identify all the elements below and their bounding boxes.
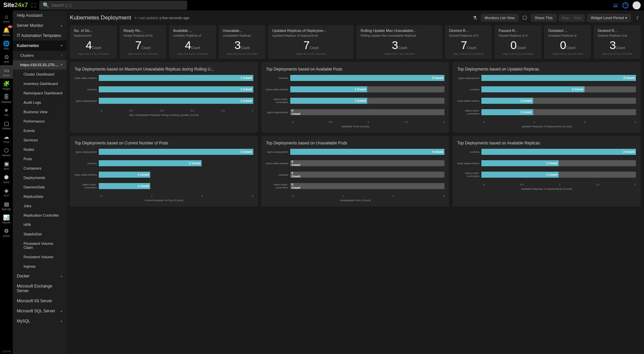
share-button[interactable]: Share This (531, 14, 556, 21)
kpi-card[interactable]: Updated Replicas of Deployme... Updated … (268, 25, 354, 59)
kpi-value: 0Count (499, 39, 538, 52)
nav-namespace-dashboard[interactable]: Namespace Dashboard (13, 88, 67, 98)
nav-audit-logs[interactable]: Audit Logs (13, 98, 67, 107)
nav-sql[interactable]: Microsoft SQL Server▸ (13, 306, 67, 316)
sidebar-applogs[interactable]: ▤AppLogs (0, 199, 13, 212)
chart-body: coredns 2 Count kube-state-metrics 1 Cou… (266, 75, 445, 115)
kpi-card[interactable]: Available ... Available Replicas of 4Cou… (169, 25, 216, 59)
nav-exchange[interactable]: Microsoft Exchange Server (13, 281, 67, 296)
nav-containers[interactable]: Containers (13, 164, 67, 173)
bar-label: nginx-deployment (75, 150, 99, 153)
time-toggle[interactable]: Raw Hour (559, 14, 585, 21)
nav-cluster-dashboard[interactable]: Cluster Dashboard (13, 70, 67, 79)
bar-fill: 2 Count (481, 86, 584, 92)
bar-track: 2 Count (290, 75, 445, 81)
kpi-card[interactable]: Desired R... Desired Replicas Una 3Count… (594, 25, 641, 59)
sidebar-plugins[interactable]: 🧩Plugins (0, 79, 13, 92)
sidebar-alarms[interactable]: 🔔42Alarms (0, 25, 13, 38)
sidebar-server[interactable]: ▭Server (0, 65, 13, 79)
nav-cluster-url[interactable]: https://10.51.51.175:6443▾ (13, 60, 67, 70)
monitors-list-button[interactable]: Monitors List View (481, 14, 518, 21)
nav-hpa[interactable]: HPA (13, 220, 67, 229)
logo[interactable]: Site24x7 (3, 2, 28, 9)
home-icon: ⌂ (5, 14, 8, 20)
nav-events[interactable]: Events (13, 126, 67, 135)
sidebar-network[interactable]: ⬡Network (0, 145, 13, 159)
kpi-value: 4Count (74, 39, 113, 52)
nav-mysql[interactable]: MySQL▸ (13, 316, 67, 326)
nav-daemonsets[interactable]: DaemonSets (13, 182, 67, 192)
nav-it-automation[interactable]: IT Automation Templates (13, 31, 67, 41)
sidebar-admin[interactable]: ⚙Admin (0, 226, 13, 239)
kpi-footer: https://10.51.51.175:6443 (548, 52, 587, 55)
kpi-card[interactable]: No. of De... Deployments 4Count https://… (70, 25, 117, 59)
filter-icon[interactable]: ⚗ (471, 14, 478, 22)
avatar[interactable] (633, 1, 641, 9)
bar-row: coredns 2 Count (457, 149, 636, 155)
nav-statefulset[interactable]: StatefulSet (13, 229, 67, 239)
bar-label: kube-state-metrics (75, 77, 99, 80)
nav-replication-controller[interactable]: Replication Controller (13, 211, 67, 220)
nav-kubernetes[interactable]: Kubernetes▾ (13, 41, 67, 51)
sidebar-database[interactable]: 🗄Database (0, 92, 13, 105)
notification-icon[interactable]: 🛎 (613, 2, 618, 8)
nav-inventory-dashboard[interactable]: Inventory Dashboard (13, 79, 67, 88)
sidebar-home[interactable]: ⌂Home (0, 12, 13, 25)
nav-ingress[interactable]: Ingress (13, 262, 67, 271)
web-icon: 🌐 (3, 40, 10, 47)
bar-track: 0 Count (290, 172, 445, 178)
nav-server-monitor[interactable]: Server Monitor▸ (13, 20, 67, 31)
nav-clusters[interactable]: Clusters+ (13, 51, 67, 60)
sidebar-vmware[interactable]: ▢VMware (0, 118, 13, 132)
badge: 42 (8, 26, 12, 28)
chart-card: Top Deployments based on Maximum Unavail… (70, 62, 258, 133)
content: Kubernetes Deployment ↻ Last updated a f… (67, 10, 644, 354)
bar-label: coredns (75, 162, 99, 165)
kpi-card[interactable]: Outdated ... Outdated Replicas of 0Count… (544, 25, 591, 59)
refresh[interactable]: ↻ Last updated a few seconds ago (134, 16, 189, 20)
kpi-card[interactable]: Unavailab... Unavailable Replicas 3Count… (219, 25, 266, 59)
topbar: Site24x7 ⛶ 🔍 🛎 ? (0, 0, 644, 10)
chart-xlabel: Updated Replicas of Deployments (Count) (457, 125, 636, 128)
nav-iis[interactable]: Microsoft IIS Server (13, 296, 67, 306)
nav-pods[interactable]: Pods (13, 154, 67, 164)
moon-icon[interactable]: ☾ (636, 15, 641, 20)
widget-period-dropdown[interactable]: Widget Level Period ▾ (587, 14, 631, 22)
expand-icon[interactable]: ⛶ (31, 3, 36, 8)
nav-persistent-volume-claim[interactable]: Persistent Volume Claim (13, 239, 67, 252)
nav-docker[interactable]: Docker▸ (13, 271, 67, 281)
kpi-card[interactable]: Ready Re... Ready Replicas of De 7Count … (120, 25, 167, 59)
chevron-right-icon: ▸ (61, 309, 62, 313)
bar-track: 1 Count (290, 98, 445, 104)
sidebar-apm[interactable]: ⊙APM (0, 52, 13, 65)
sidebar-web[interactable]: 🌐Web (0, 38, 13, 52)
sidebar-azure[interactable]: ⬢Azure (0, 172, 13, 185)
sidebar-aws[interactable]: ▣AWS (0, 159, 13, 172)
help-icon[interactable]: ? (622, 2, 629, 8)
sidebar-cloud[interactable]: ☁Cloud (0, 132, 13, 145)
sidebar-k8s[interactable]: ⎈K8s (0, 105, 13, 118)
aws-icon: ▣ (4, 161, 9, 167)
nav-performance[interactable]: Performance (13, 117, 67, 126)
kpi-card[interactable]: Desired R... Desired Replicas of D 7Coun… (445, 25, 492, 59)
bar-track: 3 Count (481, 75, 636, 81)
nav-deployments[interactable]: Deployments (13, 173, 67, 182)
nav-help[interactable]: Help Assistant (13, 10, 67, 20)
chart-title: Top Deployments based on Current Number … (75, 141, 253, 145)
sidebar-gcp[interactable]: ◈GCP (0, 185, 13, 199)
kpi-card[interactable]: Paused R... Paused Replicas of D 0Count … (495, 25, 542, 59)
sidebar-reports[interactable]: 📊Reports (0, 212, 13, 226)
nav-services[interactable]: Services (13, 135, 67, 145)
bar-value: 1 Count (355, 88, 366, 91)
screen-icon[interactable]: 🖵 (521, 14, 528, 22)
kpi-card[interactable]: Rolling Update Max Unavailable... Rollin… (356, 25, 442, 59)
nav-nodes[interactable]: Nodes (13, 145, 67, 154)
search-input[interactable] (51, 3, 184, 8)
bar-fill: 1 Count (290, 86, 368, 92)
nav-persistent-volume[interactable]: Persistent Volume (13, 252, 67, 262)
search-box[interactable]: 🔍 (39, 1, 187, 10)
nav-replicasets[interactable]: ReplicaSets (13, 192, 67, 201)
nav-jobs[interactable]: Jobs (13, 201, 67, 211)
bar-value: 1 Count (546, 173, 558, 176)
nav-business-view[interactable]: Business View (13, 107, 67, 117)
